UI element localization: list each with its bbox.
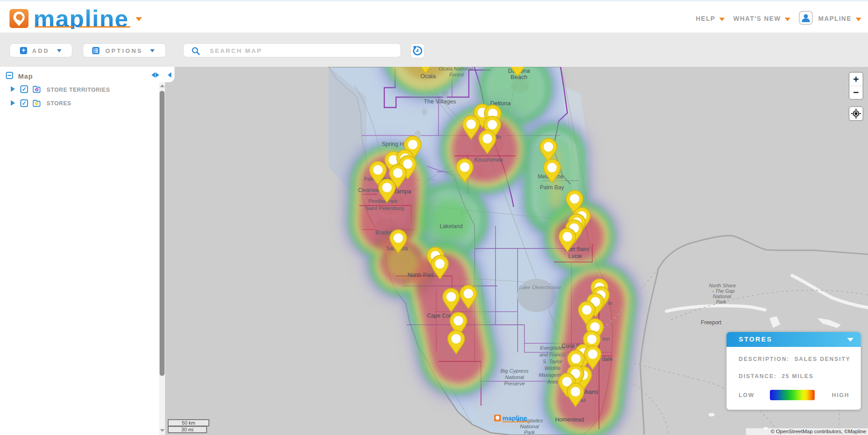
svg-text:m: m bbox=[608, 300, 613, 306]
svg-text:Spring Hill: Spring Hill bbox=[382, 141, 408, 147]
svg-text:Palm Bay: Palm Bay bbox=[540, 184, 564, 191]
svg-text:National: National bbox=[505, 374, 524, 380]
svg-text:Preserve: Preserve bbox=[504, 381, 525, 386]
svg-text:Lucie: Lucie bbox=[568, 253, 582, 259]
svg-text:and Francis: and Francis bbox=[539, 352, 566, 357]
svg-text:National: National bbox=[520, 424, 539, 429]
svg-text:National: National bbox=[713, 294, 731, 299]
svg-text:ton: ton bbox=[603, 336, 610, 341]
svg-text:Homestead: Homestead bbox=[555, 416, 584, 423]
svg-text:The Villages: The Villages bbox=[424, 98, 456, 105]
svg-text:Lakeland: Lakeland bbox=[440, 223, 463, 229]
svg-text:Tampa: Tampa bbox=[393, 188, 411, 195]
svg-text:Forest: Forest bbox=[449, 72, 464, 77]
svg-text:Kissimmee: Kissimmee bbox=[474, 156, 503, 163]
svg-text:S. Taylor: S. Taylor bbox=[542, 359, 562, 364]
svg-text:Ocala: Ocala bbox=[420, 73, 436, 80]
svg-text:Park: Park bbox=[716, 299, 726, 304]
svg-text:North Shore: North Shore bbox=[709, 283, 736, 288]
svg-text:Wildlife: Wildlife bbox=[544, 365, 560, 371]
svg-text:mapline: mapline bbox=[33, 5, 129, 29]
svg-text:Lake Okeechobee: Lake Okeechobee bbox=[519, 285, 561, 290]
svg-text:Park: Park bbox=[524, 430, 535, 435]
svg-text:Area: Area bbox=[547, 379, 557, 384]
svg-text:dale: dale bbox=[602, 356, 613, 362]
svg-text:Saint Petersburg: Saint Petersburg bbox=[365, 206, 404, 211]
svg-text:Freeport: Freeport bbox=[701, 319, 722, 326]
svg-text:- The Gap: - The Gap bbox=[712, 288, 735, 294]
svg-text:mapline: mapline bbox=[502, 415, 527, 422]
svg-text:Pinellas Park: Pinellas Park bbox=[368, 198, 398, 204]
svg-text:North Port: North Port bbox=[408, 272, 434, 278]
svg-text:Ocala National: Ocala National bbox=[439, 67, 473, 71]
svg-text:Big Cypress: Big Cypress bbox=[500, 368, 528, 374]
